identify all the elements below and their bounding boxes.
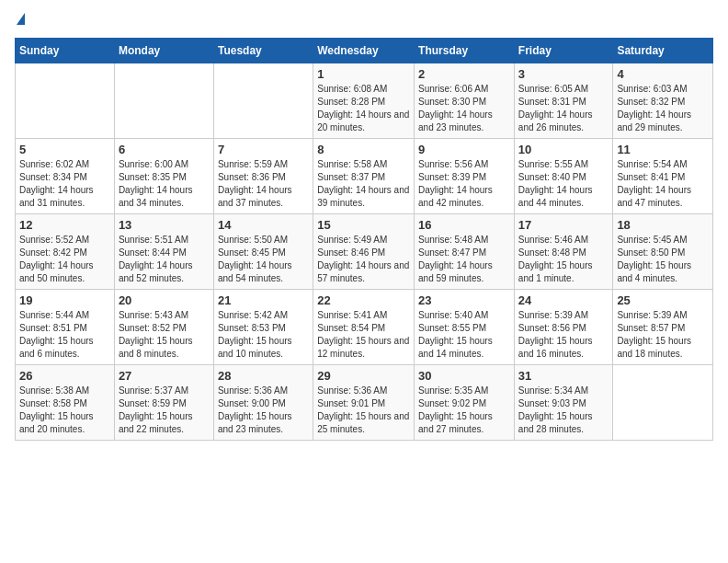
calendar-day-cell xyxy=(16,63,115,139)
day-info: Sunrise: 6:08 AM Sunset: 8:28 PM Dayligh… xyxy=(317,83,410,134)
calendar-day-cell: 16Sunrise: 5:48 AM Sunset: 8:47 PM Dayli… xyxy=(415,214,515,290)
logo xyxy=(15,15,25,27)
calendar-day-cell: 30Sunrise: 5:35 AM Sunset: 9:02 PM Dayli… xyxy=(415,365,515,441)
calendar-day-cell xyxy=(114,63,213,139)
calendar-day-cell: 31Sunrise: 5:34 AM Sunset: 9:03 PM Dayli… xyxy=(514,365,613,441)
day-info: Sunrise: 5:36 AM Sunset: 9:01 PM Dayligh… xyxy=(317,385,410,436)
day-info: Sunrise: 5:34 AM Sunset: 9:03 PM Dayligh… xyxy=(518,385,609,436)
calendar-week-row: 19Sunrise: 5:44 AM Sunset: 8:51 PM Dayli… xyxy=(16,290,713,365)
day-number: 18 xyxy=(617,218,709,232)
day-number: 31 xyxy=(518,369,609,383)
calendar-day-cell: 27Sunrise: 5:37 AM Sunset: 8:59 PM Dayli… xyxy=(114,365,213,441)
day-number: 25 xyxy=(617,293,709,307)
day-info: Sunrise: 5:56 AM Sunset: 8:39 PM Dayligh… xyxy=(418,158,510,210)
calendar-day-cell: 2Sunrise: 6:06 AM Sunset: 8:30 PM Daylig… xyxy=(415,63,515,139)
calendar-day-cell: 28Sunrise: 5:36 AM Sunset: 9:00 PM Dayli… xyxy=(213,365,313,441)
day-number: 27 xyxy=(119,369,210,383)
calendar-day-cell: 21Sunrise: 5:42 AM Sunset: 8:53 PM Dayli… xyxy=(213,290,313,365)
weekday-header-friday: Friday xyxy=(514,39,613,63)
day-number: 6 xyxy=(119,143,210,156)
calendar-week-row: 26Sunrise: 5:38 AM Sunset: 8:58 PM Dayli… xyxy=(16,365,713,441)
calendar-day-cell: 8Sunrise: 5:58 AM Sunset: 8:37 PM Daylig… xyxy=(313,139,415,214)
day-info: Sunrise: 5:46 AM Sunset: 8:48 PM Dayligh… xyxy=(518,234,609,285)
day-number: 17 xyxy=(518,218,609,232)
calendar-day-cell: 6Sunrise: 6:00 AM Sunset: 8:35 PM Daylig… xyxy=(114,139,213,214)
day-info: Sunrise: 5:36 AM Sunset: 9:00 PM Dayligh… xyxy=(218,385,309,436)
calendar-day-cell: 25Sunrise: 5:39 AM Sunset: 8:57 PM Dayli… xyxy=(613,290,713,365)
day-number: 13 xyxy=(119,218,210,232)
day-number: 8 xyxy=(317,143,410,156)
day-info: Sunrise: 5:58 AM Sunset: 8:37 PM Dayligh… xyxy=(317,158,410,210)
calendar-day-cell: 5Sunrise: 6:02 AM Sunset: 8:34 PM Daylig… xyxy=(16,139,115,214)
day-info: Sunrise: 5:39 AM Sunset: 8:56 PM Dayligh… xyxy=(518,309,609,361)
day-info: Sunrise: 5:51 AM Sunset: 8:44 PM Dayligh… xyxy=(119,234,210,285)
day-info: Sunrise: 6:03 AM Sunset: 8:32 PM Dayligh… xyxy=(617,83,709,134)
day-number: 29 xyxy=(317,369,410,383)
calendar-day-cell: 11Sunrise: 5:54 AM Sunset: 8:41 PM Dayli… xyxy=(613,139,713,214)
day-info: Sunrise: 5:59 AM Sunset: 8:36 PM Dayligh… xyxy=(218,158,309,210)
day-info: Sunrise: 5:48 AM Sunset: 8:47 PM Dayligh… xyxy=(418,234,510,285)
day-number: 15 xyxy=(317,218,410,232)
day-number: 28 xyxy=(218,369,309,383)
day-number: 3 xyxy=(518,67,609,81)
day-info: Sunrise: 6:05 AM Sunset: 8:31 PM Dayligh… xyxy=(518,83,609,134)
weekday-header-saturday: Saturday xyxy=(613,39,713,63)
day-info: Sunrise: 5:35 AM Sunset: 9:02 PM Dayligh… xyxy=(418,385,510,436)
day-info: Sunrise: 5:44 AM Sunset: 8:51 PM Dayligh… xyxy=(19,309,110,361)
weekday-header-sunday: Sunday xyxy=(16,39,115,63)
day-number: 20 xyxy=(119,293,210,307)
weekday-header-tuesday: Tuesday xyxy=(213,39,313,63)
calendar-day-cell: 18Sunrise: 5:45 AM Sunset: 8:50 PM Dayli… xyxy=(613,214,713,290)
day-number: 5 xyxy=(19,143,110,156)
day-info: Sunrise: 5:54 AM Sunset: 8:41 PM Dayligh… xyxy=(617,158,709,210)
logo-triangle xyxy=(17,13,25,25)
day-info: Sunrise: 5:42 AM Sunset: 8:53 PM Dayligh… xyxy=(218,309,309,361)
calendar-week-row: 1Sunrise: 6:08 AM Sunset: 8:28 PM Daylig… xyxy=(16,63,713,139)
calendar-day-cell: 24Sunrise: 5:39 AM Sunset: 8:56 PM Dayli… xyxy=(514,290,613,365)
weekday-header-wednesday: Wednesday xyxy=(313,39,415,63)
calendar-day-cell xyxy=(213,63,313,139)
day-number: 16 xyxy=(418,218,510,232)
calendar-day-cell: 3Sunrise: 6:05 AM Sunset: 8:31 PM Daylig… xyxy=(514,63,613,139)
day-number: 1 xyxy=(317,67,410,81)
calendar-day-cell: 26Sunrise: 5:38 AM Sunset: 8:58 PM Dayli… xyxy=(16,365,115,441)
day-number: 11 xyxy=(617,143,709,156)
page-header xyxy=(15,15,713,27)
day-info: Sunrise: 5:41 AM Sunset: 8:54 PM Dayligh… xyxy=(317,309,410,361)
calendar-day-cell: 20Sunrise: 5:43 AM Sunset: 8:52 PM Dayli… xyxy=(114,290,213,365)
day-number: 30 xyxy=(418,369,510,383)
day-number: 22 xyxy=(317,293,410,307)
calendar-day-cell: 1Sunrise: 6:08 AM Sunset: 8:28 PM Daylig… xyxy=(313,63,415,139)
day-info: Sunrise: 6:00 AM Sunset: 8:35 PM Dayligh… xyxy=(119,158,210,210)
day-info: Sunrise: 5:39 AM Sunset: 8:57 PM Dayligh… xyxy=(617,309,709,361)
day-info: Sunrise: 5:52 AM Sunset: 8:42 PM Dayligh… xyxy=(19,234,110,285)
day-number: 19 xyxy=(19,293,110,307)
calendar-day-cell: 19Sunrise: 5:44 AM Sunset: 8:51 PM Dayli… xyxy=(16,290,115,365)
calendar-day-cell: 17Sunrise: 5:46 AM Sunset: 8:48 PM Dayli… xyxy=(514,214,613,290)
day-number: 7 xyxy=(218,143,309,156)
day-info: Sunrise: 5:40 AM Sunset: 8:55 PM Dayligh… xyxy=(418,309,510,361)
calendar-day-cell: 4Sunrise: 6:03 AM Sunset: 8:32 PM Daylig… xyxy=(613,63,713,139)
calendar-week-row: 5Sunrise: 6:02 AM Sunset: 8:34 PM Daylig… xyxy=(16,139,713,214)
day-number: 23 xyxy=(418,293,510,307)
day-info: Sunrise: 6:06 AM Sunset: 8:30 PM Dayligh… xyxy=(418,83,510,134)
calendar-day-cell xyxy=(613,365,713,441)
day-number: 4 xyxy=(617,67,709,81)
day-info: Sunrise: 5:55 AM Sunset: 8:40 PM Dayligh… xyxy=(518,158,609,210)
weekday-header-monday: Monday xyxy=(114,39,213,63)
day-number: 10 xyxy=(518,143,609,156)
calendar-day-cell: 22Sunrise: 5:41 AM Sunset: 8:54 PM Dayli… xyxy=(313,290,415,365)
calendar-day-cell: 7Sunrise: 5:59 AM Sunset: 8:36 PM Daylig… xyxy=(213,139,313,214)
day-info: Sunrise: 5:38 AM Sunset: 8:58 PM Dayligh… xyxy=(19,385,110,436)
day-number: 24 xyxy=(518,293,609,307)
day-number: 26 xyxy=(19,369,110,383)
day-info: Sunrise: 5:43 AM Sunset: 8:52 PM Dayligh… xyxy=(119,309,210,361)
day-number: 21 xyxy=(218,293,309,307)
day-number: 14 xyxy=(218,218,309,232)
day-info: Sunrise: 5:49 AM Sunset: 8:46 PM Dayligh… xyxy=(317,234,410,285)
day-info: Sunrise: 5:50 AM Sunset: 8:45 PM Dayligh… xyxy=(218,234,309,285)
calendar-table: SundayMondayTuesdayWednesdayThursdayFrid… xyxy=(15,38,713,441)
day-info: Sunrise: 5:45 AM Sunset: 8:50 PM Dayligh… xyxy=(617,234,709,285)
day-info: Sunrise: 5:37 AM Sunset: 8:59 PM Dayligh… xyxy=(119,385,210,436)
calendar-day-cell: 13Sunrise: 5:51 AM Sunset: 8:44 PM Dayli… xyxy=(114,214,213,290)
